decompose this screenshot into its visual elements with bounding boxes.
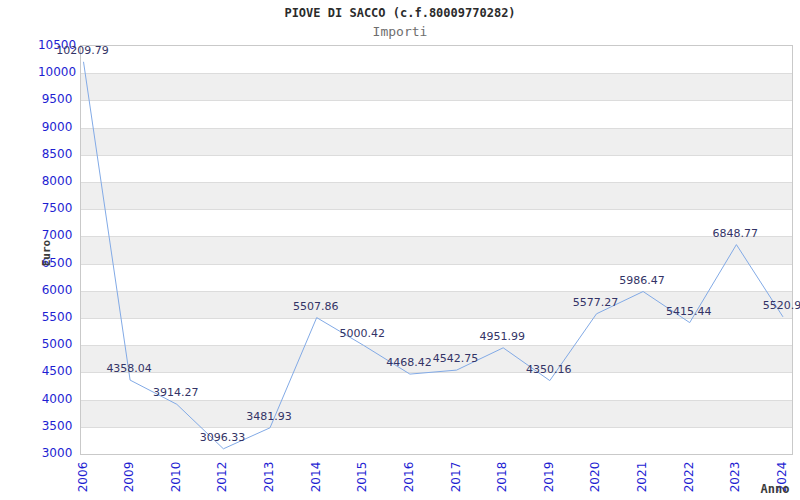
chart-title: PIOVE DI SACCO (c.f.80009770282) [0,6,800,20]
y-tick-label: 5500 [42,311,73,323]
x-tick-label: 2018 [496,462,508,493]
x-tick-label: 2015 [356,462,368,493]
y-tick-label: 4500 [42,365,73,377]
x-tick-label: 2016 [403,462,415,493]
data-point-label: 5507.86 [293,301,339,313]
chart-subtitle: Importi [0,24,800,39]
y-tick-label: 8500 [42,148,73,160]
y-tick-label: 10000 [38,66,76,78]
data-point-label: 4542.75 [433,353,479,365]
data-point-label: 5577.27 [573,297,619,309]
x-axis-title: Anno [761,482,790,496]
y-tick-label: 3000 [42,447,73,459]
y-tick-label: 7500 [42,202,73,214]
y-tick-label: 6000 [42,284,73,296]
data-point-label: 10209.79 [56,45,109,57]
data-point-label: 5415.44 [666,306,712,318]
data-point-label: 5520.9 [763,300,800,312]
y-tick-label: 4000 [42,393,73,405]
x-tick-label: 2019 [543,462,555,493]
x-tick-label: 2013 [263,462,275,493]
data-point-label: 5986.47 [619,275,665,287]
x-tick-label: 2006 [77,462,89,493]
data-point-label: 4358.04 [106,363,152,375]
x-tick-label: 2009 [123,462,135,493]
data-point-label: 6848.77 [713,228,759,240]
data-point-label: 4468.42 [386,357,432,369]
x-tick-label: 2023 [729,462,741,493]
x-tick-label: 2021 [636,462,648,493]
data-point-label: 4350.16 [526,364,572,376]
x-tick-label: 2014 [310,462,322,493]
x-tick-label: 2022 [683,462,695,493]
data-point-label: 3481.93 [246,411,292,423]
x-tick-label: 2010 [170,462,182,493]
y-tick-label: 3500 [42,420,73,432]
data-point-label: 5000.42 [340,328,386,340]
y-tick-label: 9500 [42,93,73,105]
line-chart: PIOVE DI SACCO (c.f.80009770282) Importi… [0,0,800,500]
x-tick-label: 2020 [589,462,601,493]
data-point-label: 3096.33 [200,432,246,444]
y-tick-label: 5000 [42,338,73,350]
x-tick-label: 2012 [216,462,228,493]
data-point-label: 4951.99 [479,331,525,343]
y-tick-label: 8000 [42,175,73,187]
x-tick-label: 2017 [450,462,462,493]
y-axis-title: Euro [40,240,53,267]
y-tick-label: 9000 [42,121,73,133]
data-point-label: 3914.27 [153,387,199,399]
